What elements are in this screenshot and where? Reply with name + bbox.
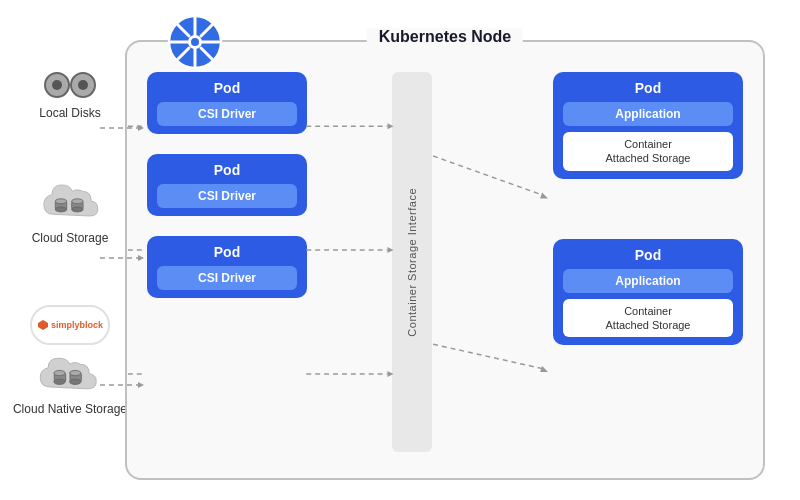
- cloud-native-storage-label: Cloud Native Storage: [13, 402, 127, 416]
- cloud-storage-icon: [35, 180, 105, 225]
- cloud-storage-label: Cloud Storage: [32, 231, 109, 245]
- kubernetes-logo: [167, 14, 223, 70]
- svg-point-9: [72, 207, 83, 212]
- pod-3: Pod CSI Driver: [147, 236, 307, 298]
- pod-right-2-app: Application: [563, 269, 733, 293]
- svg-point-19: [191, 38, 199, 46]
- local-disks-icon: [43, 70, 97, 100]
- svg-point-14: [70, 370, 81, 375]
- local-disks-item: Local Disks: [39, 70, 100, 120]
- csi-bar: Container Storage Interface: [392, 72, 432, 452]
- cloud-native-storage-item: simplyblock Cloud Native Storage: [13, 305, 127, 416]
- pod-right-2-cas: ContainerAttached Storage: [563, 299, 733, 338]
- svg-point-3: [78, 80, 88, 90]
- svg-point-15: [70, 379, 81, 384]
- kubernetes-node: Kubernetes Node Pod CSI Driver Pod CSI D…: [125, 40, 765, 480]
- kubernetes-node-title: Kubernetes Node: [367, 28, 523, 46]
- svg-point-8: [72, 199, 83, 204]
- cloud-storage-item: Cloud Storage: [32, 180, 109, 245]
- svg-point-5: [55, 199, 66, 204]
- pod-1-csi-driver: CSI Driver: [157, 102, 297, 126]
- simplyblock-text: simplyblock: [37, 319, 103, 331]
- pod-3-title: Pod: [214, 244, 240, 260]
- svg-line-31: [433, 156, 544, 196]
- diagram-root: Local Disks Cloud Storage: [10, 10, 790, 490]
- pod-right-1-cas: ContainerAttached Storage: [563, 132, 733, 171]
- left-storage-items: Local Disks Cloud Storage: [10, 70, 130, 416]
- pod-1-title: Pod: [214, 80, 240, 96]
- pod-1: Pod CSI Driver: [147, 72, 307, 134]
- pods-left-column: Pod CSI Driver Pod CSI Driver Pod CSI Dr…: [147, 72, 307, 298]
- pod-2-csi-driver: CSI Driver: [157, 184, 297, 208]
- pod-right-1-app: Application: [563, 102, 733, 126]
- pod-2-title: Pod: [214, 162, 240, 178]
- svg-point-12: [54, 379, 65, 384]
- svg-line-39: [433, 344, 544, 369]
- svg-point-11: [54, 370, 65, 375]
- local-disks-label: Local Disks: [39, 106, 100, 120]
- simplyblock-logo: simplyblock: [30, 305, 110, 345]
- pod-3-csi-driver: CSI Driver: [157, 266, 297, 290]
- pod-right-1: Pod Application ContainerAttached Storag…: [553, 72, 743, 179]
- svg-point-1: [52, 80, 62, 90]
- pod-right-1-title: Pod: [635, 80, 661, 96]
- pod-2: Pod CSI Driver: [147, 154, 307, 216]
- svg-point-6: [55, 207, 66, 212]
- svg-marker-32: [540, 193, 548, 199]
- pod-right-2-title: Pod: [635, 247, 661, 263]
- csi-bar-label: Container Storage Interface: [406, 188, 418, 337]
- pods-right-column: Pod Application ContainerAttached Storag…: [553, 72, 743, 345]
- svg-marker-40: [540, 366, 548, 372]
- cloud-native-icon: [35, 351, 105, 396]
- pod-right-2: Pod Application ContainerAttached Storag…: [553, 239, 743, 346]
